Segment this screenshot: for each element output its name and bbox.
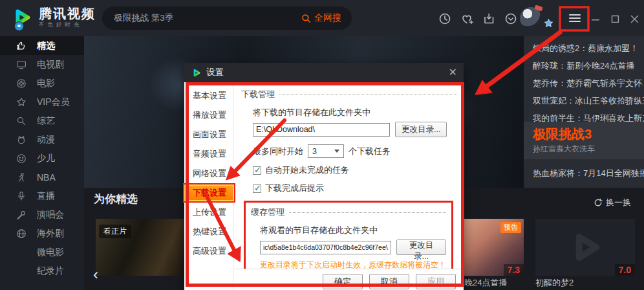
- settings-nav-网络设置[interactable]: 网络设置: [184, 165, 233, 182]
- search-bar: 全网搜: [102, 6, 352, 30]
- sidebar: 精选电视剧电影VIP会员综艺动漫少儿NBA直播演唱会海外剧微电影纪录片: [0, 36, 84, 290]
- sidebar-item-label: 海外剧: [37, 228, 64, 240]
- change-dir-button[interactable]: 更改目录...: [395, 122, 447, 137]
- avatar[interactable]: [520, 7, 542, 29]
- max-tasks-suffix: 个下载任务: [349, 146, 391, 157]
- headline-item[interactable]: 饭局的诱惑2：蔡康永加盟！: [524, 39, 644, 57]
- sidebar-item-直播[interactable]: 直播: [0, 186, 84, 205]
- sidebar-item-label: 精选: [37, 40, 55, 52]
- cache-folder-input[interactable]: [260, 241, 391, 254]
- smiley-icon: [16, 153, 27, 164]
- history-icon[interactable]: [438, 12, 451, 25]
- max-tasks-prefix: 最多同时开始: [253, 146, 303, 157]
- maximize-icon[interactable]: [609, 13, 622, 26]
- sidebar-item-NBA[interactable]: NBA: [0, 168, 84, 186]
- headline-list: 饭局的诱惑2：蔡康永加盟！醉玲珑：新剧今晚24点首播楚乔传：楚乔霸气斩杀宇文怀双…: [524, 36, 644, 127]
- headline-item[interactable]: 醉玲珑：新剧今晚24点首播: [524, 57, 644, 74]
- minimize-icon[interactable]: [590, 13, 603, 26]
- video-card[interactable]: 预告 7.3: [464, 219, 524, 276]
- cancel-button[interactable]: 取消: [369, 274, 409, 289]
- sidebar-item-label: 综艺: [37, 115, 55, 127]
- dialog-header: 设置 ✕: [184, 63, 464, 82]
- auto-start-checkbox-row[interactable]: 自动开始未完成的任务: [253, 164, 457, 176]
- concert-mic-icon: [16, 209, 27, 221]
- sidebar-item-label: 演唱会: [37, 209, 64, 221]
- featured-show[interactable]: 极限挑战3 孙红雷裹大衣洗车: [524, 122, 644, 159]
- sidebar-item-综艺[interactable]: 综艺: [0, 111, 84, 130]
- search-button[interactable]: 全网搜: [297, 10, 345, 26]
- sidebar-item-label: 动漫: [37, 134, 55, 146]
- headline-item[interactable]: 双世宠妃：冰山王爷收拾骄纵王: [524, 92, 644, 109]
- download-circle-icon[interactable]: [504, 12, 517, 25]
- settings-nav-热键设置[interactable]: 热键设置: [184, 223, 233, 240]
- sidebar-item-电影[interactable]: 电影: [0, 74, 84, 93]
- dialog-close-icon[interactable]: ✕: [449, 67, 457, 78]
- dialog-title: 设置: [206, 67, 449, 78]
- headline-extra[interactable]: 热血杨家将：7月14日全网独播: [524, 164, 644, 182]
- penguin-badge-icon: [14, 21, 24, 31]
- sidebar-item-VIP会员[interactable]: VIP会员: [0, 93, 84, 111]
- search-icon: [301, 14, 311, 23]
- video-card[interactable]: 看正片: [96, 219, 193, 276]
- max-tasks-select[interactable]: 3: [308, 144, 344, 158]
- watch-feature-badge[interactable]: 看正片: [99, 225, 131, 238]
- trailer-badge: 预告: [500, 222, 521, 233]
- sidebar-item-精选[interactable]: 精选: [0, 36, 84, 55]
- featured-title: 极限挑战3: [533, 126, 644, 142]
- cache-group-header: 缓存管理: [251, 206, 284, 218]
- sidebar-item-label: 直播: [37, 190, 55, 202]
- carousel-prev-arrow[interactable]: ‹: [93, 267, 98, 282]
- settings-nav-高级设置[interactable]: 高级设置: [184, 243, 233, 260]
- sidebar-item-少儿[interactable]: 少儿: [0, 149, 84, 168]
- sidebar-item-动漫[interactable]: 动漫: [0, 130, 84, 149]
- star-badge-icon: [543, 18, 554, 32]
- checkbox-checked-icon[interactable]: [253, 166, 261, 175]
- mic-icon: [16, 190, 27, 202]
- player-icon: [16, 172, 27, 183]
- tencent-video-window: 腾讯视频 不负好时光 全网搜: [0, 0, 644, 290]
- search-input[interactable]: [113, 6, 274, 30]
- app-name: 腾讯视频: [39, 6, 96, 21]
- download-group-header: 下载管理: [241, 89, 275, 100]
- sidebar-item-label: 纪录片: [37, 265, 64, 277]
- settings-nav-播放设置[interactable]: 播放设置: [184, 107, 233, 124]
- settings-nav-音频设置[interactable]: 音频设置: [184, 146, 233, 162]
- sidebar-item-纪录片[interactable]: 纪录片: [0, 262, 84, 280]
- notify-checkbox-row[interactable]: 下载完成后提示: [253, 183, 457, 194]
- change-cache-dir-button[interactable]: 更改目录...: [396, 240, 446, 255]
- sidebar-item-微电影[interactable]: 微电影: [0, 243, 84, 262]
- card-caption[interactable]: 初醒的梦2: [535, 277, 574, 289]
- menu-icon[interactable]: [568, 12, 581, 25]
- rating-badge: 7.0: [615, 264, 635, 276]
- globe-icon: [16, 228, 27, 240]
- card-caption[interactable]: 晚24点首播: [464, 277, 507, 289]
- import-icon[interactable]: [482, 12, 495, 25]
- play-logo-icon: [191, 67, 202, 78]
- heart-add-icon[interactable]: [460, 12, 473, 25]
- star-icon: [16, 96, 27, 108]
- download-folder-input[interactable]: [253, 123, 390, 137]
- checkbox-checked-icon[interactable]: [253, 184, 261, 193]
- film-icon: [16, 78, 27, 89]
- ok-button[interactable]: 确定: [323, 274, 363, 289]
- refresh-button[interactable]: 换一换: [594, 197, 631, 208]
- sidebar-item-海外剧[interactable]: 海外剧: [0, 224, 84, 243]
- settings-content: 下载管理 将下载的节目存储在此文件夹中 更改目录... 最多同时开始 3 个下载…: [233, 82, 464, 290]
- dialog-body: 基本设置播放设置画面设置音频设置网络设置下载设置上传设置热键设置高级设置 下载管…: [184, 82, 464, 290]
- refresh-icon: [594, 198, 603, 207]
- no-icon: [16, 247, 27, 258]
- thumbs-up-icon: [16, 40, 27, 52]
- headline-item[interactable]: 楚乔传：楚乔霸气斩杀宇文怀: [524, 74, 644, 92]
- sidebar-item-演唱会[interactable]: 演唱会: [0, 205, 84, 224]
- sidebar-item-电视剧[interactable]: 电视剧: [0, 55, 84, 74]
- close-icon[interactable]: [628, 13, 641, 26]
- settings-dialog: 设置 ✕ 基本设置播放设置画面设置音频设置网络设置下载设置上传设置热键设置高级设…: [184, 63, 464, 290]
- settings-nav-下载设置[interactable]: 下载设置: [184, 184, 234, 201]
- settings-nav-上传设置[interactable]: 上传设置: [184, 204, 233, 221]
- apply-button[interactable]: 应用: [416, 274, 456, 289]
- settings-nav-画面设置[interactable]: 画面设置: [184, 126, 233, 143]
- settings-nav-基本设置[interactable]: 基本设置: [184, 87, 233, 104]
- download-folder-label: 将下载的节目存储在此文件夹中: [253, 107, 457, 118]
- video-card[interactable]: 7.0: [535, 219, 635, 276]
- featured-subtitle: 孙红雷裹大衣洗车: [533, 144, 644, 155]
